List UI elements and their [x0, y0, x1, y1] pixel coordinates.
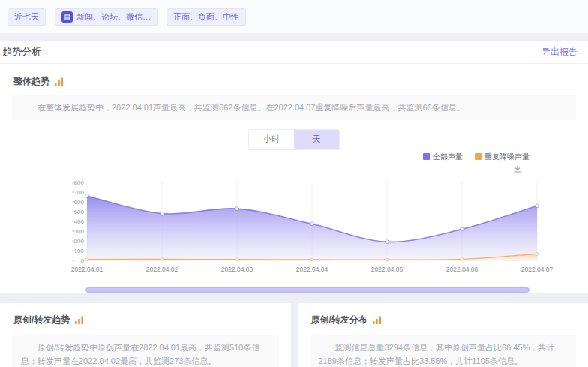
export-report-link[interactable]: 导出报告	[542, 46, 578, 59]
section-header: 趋势分析 导出报告	[0, 41, 588, 64]
legend-swatch-total	[423, 153, 430, 160]
overall-trend-summary: 在整体发展趋势中，2022.04.01声量最高，共监测662条信息。在2022.…	[12, 95, 576, 120]
legend-item-dedup-volume[interactable]: 重复降噪声量	[475, 152, 530, 162]
trend-icon	[372, 315, 382, 325]
bottom-cards-row: 原创/转发趋势 原创/转发趋势中原创声量在2022.04.01最高，共监测510…	[0, 303, 588, 367]
filter-chip-time-label: 近七天	[14, 11, 39, 23]
source-icon: ▤	[62, 11, 73, 23]
trend-analysis-card: 趋势分析 导出报告 整体趋势 在整体发展趋势中，2022.04.01声量最高，共…	[0, 41, 588, 293]
original-repost-distribution-card: 原创/转发分布 监测信息总量3294条信息，其中原创声量占比66.45%，共计2…	[298, 303, 588, 367]
original-repost-distribution-summary: 监测信息总量3294条信息，其中原创声量占比66.45%，共计2189条信息；转…	[310, 335, 577, 367]
trend-icon	[54, 77, 64, 86]
legend-label-total: 全部声量	[433, 152, 463, 162]
svg-text:600: 600	[74, 198, 85, 205]
toggle-hour-button[interactable]: 小时	[249, 130, 294, 149]
legend-label-dedup: 重复降噪声量	[484, 152, 530, 162]
svg-text:2022.04.05: 2022.04.05	[371, 266, 404, 273]
original-repost-trend-header: 原创/转发趋势	[14, 314, 279, 326]
granularity-toggle: 小时 天	[248, 129, 340, 150]
overall-trend-title: 整体趋势	[14, 75, 50, 88]
original-repost-trend-title: 原创/转发趋势	[14, 314, 70, 326]
svg-text:200: 200	[74, 237, 85, 244]
svg-text:100: 100	[74, 247, 85, 254]
original-repost-distribution-header: 原创/转发分布	[311, 314, 577, 326]
svg-text:800: 800	[74, 179, 85, 185]
datazoom-slider[interactable]	[86, 287, 530, 293]
svg-text:400: 400	[74, 218, 85, 224]
filter-chip-sources[interactable]: ▤ 新闻、论坛、微信…	[55, 8, 158, 26]
svg-text:2022.04.01: 2022.04.01	[71, 266, 104, 273]
datazoom-track	[86, 287, 530, 293]
filter-bar: 近七天 ▤ 新闻、论坛、微信… 正面、负面、中性	[0, 0, 588, 33]
filter-chip-time[interactable]: 近七天	[8, 8, 46, 26]
page-title: 趋势分析	[2, 45, 41, 59]
overall-trend-header: 整体趋势	[14, 75, 576, 88]
svg-text:0: 0	[81, 257, 85, 263]
overall-trend-section: 整体趋势 在整体发展趋势中，2022.04.01声量最高，共监测662条信息。在…	[0, 64, 588, 293]
trend-area-chart[interactable]: 01002003004005006007008002022.04.012022.…	[12, 173, 588, 277]
original-repost-trend-card: 原创/转发趋势 原创/转发趋势中原创声量在2022.04.01最高，共监测510…	[0, 303, 291, 367]
svg-text:2022.04.04: 2022.04.04	[296, 266, 328, 273]
svg-text:700: 700	[74, 188, 85, 195]
svg-text:2022.04.06: 2022.04.06	[446, 266, 478, 273]
granularity-toggle-row: 小时 天	[12, 129, 576, 150]
chart-legend: 全部声量 重复降噪声量	[12, 152, 530, 162]
svg-text:2022.04.03: 2022.04.03	[221, 266, 254, 273]
svg-text:500: 500	[74, 208, 85, 215]
legend-item-total-volume[interactable]: 全部声量	[423, 152, 463, 162]
svg-text:2022.04.02: 2022.04.02	[146, 266, 178, 273]
svg-text:300: 300	[74, 227, 85, 234]
trend-icon	[74, 315, 84, 325]
original-repost-distribution-title: 原创/转发分布	[311, 314, 368, 326]
toggle-day-button[interactable]: 天	[294, 130, 339, 149]
filter-chip-sources-label: 新闻、论坛、微信…	[76, 11, 151, 23]
filter-chip-sentiment-label: 正面、负面、中性	[173, 11, 239, 23]
filter-chip-sentiment[interactable]: 正面、负面、中性	[166, 8, 246, 26]
svg-text:2022.04.07: 2022.04.07	[521, 266, 554, 273]
legend-swatch-dedup	[475, 153, 482, 160]
download-chart-icon[interactable]	[513, 164, 522, 173]
original-repost-trend-summary: 原创/转发趋势中原创声量在2022.04.01最高，共监测510条信息；转发声量…	[12, 335, 279, 367]
chart-toolbox	[12, 164, 522, 173]
